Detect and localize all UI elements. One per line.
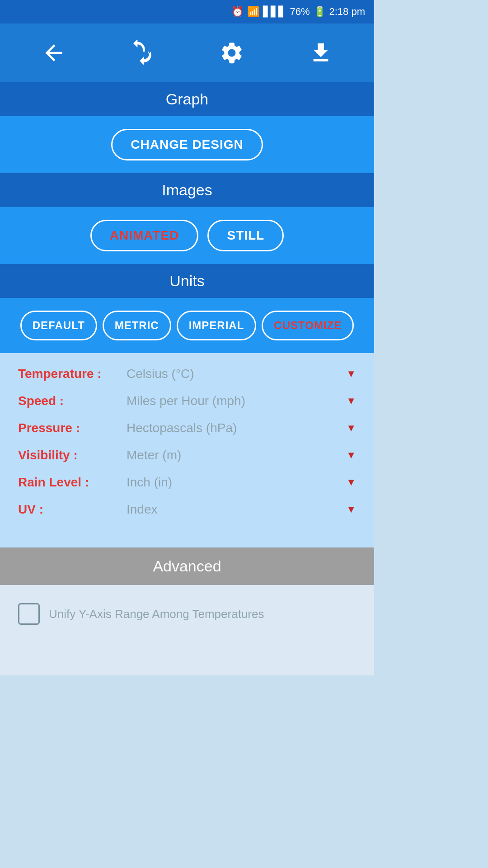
battery-level: 76% [290, 6, 310, 18]
status-time: 2:18 pm [329, 6, 366, 18]
refresh-icon [130, 40, 155, 66]
unit-row: Temperature :Celsius (°C)▼ [18, 367, 356, 381]
still-button[interactable]: STILL [207, 220, 284, 251]
animated-button[interactable]: ANIMATED [90, 220, 199, 251]
unit-value-3: Meter (m) [127, 448, 181, 462]
download-button[interactable] [303, 35, 339, 71]
unit-row: Speed :Miles per Hour (mph)▼ [18, 394, 356, 408]
unit-dropdown-2[interactable]: Hectopascals (hPa)▼ [127, 421, 356, 435]
dropdown-arrow-icon-0: ▼ [346, 368, 356, 380]
unit-label-3: Visibility : [18, 448, 127, 462]
advanced-section-header: Advanced [0, 547, 374, 585]
unit-label-4: Rain Level : [18, 475, 127, 490]
download-icon [308, 40, 333, 66]
unit-row: UV :Index▼ [18, 502, 356, 517]
unit-value-1: Miles per Hour (mph) [127, 394, 245, 408]
unit-label-1: Speed : [18, 394, 127, 408]
unit-row: Visibility :Meter (m)▼ [18, 448, 356, 462]
graph-section-header: Graph [0, 82, 374, 116]
units-section-header: Units [0, 264, 374, 298]
alarm-icon: ⏰ [231, 6, 244, 18]
unit-row: Pressure :Hectopascals (hPa)▼ [18, 421, 356, 435]
images-section-header: Images [0, 173, 374, 207]
unit-value-5: Index [127, 502, 158, 517]
unit-dropdown-3[interactable]: Meter (m)▼ [127, 448, 356, 462]
unit-row: Rain Level :Inch (in)▼ [18, 475, 356, 490]
dropdown-arrow-icon-4: ▼ [346, 476, 356, 488]
unit-label-0: Temperature : [18, 367, 127, 381]
graph-section-content: CHANGE DESIGN [0, 116, 374, 173]
signal-icon: ▋▋▋ [263, 6, 286, 18]
unit-value-4: Inch (in) [127, 475, 172, 490]
metric-button[interactable]: METRIC [103, 311, 171, 340]
battery-icon: 🔋 [314, 6, 326, 18]
status-icons: ⏰ 📶 ▋▋▋ 76% 🔋 2:18 pm [231, 6, 365, 18]
unit-dropdown-4[interactable]: Inch (in)▼ [127, 475, 356, 490]
advanced-content: Unify Y-Axis Range Among Temperatures [0, 585, 374, 675]
customize-area: Temperature :Celsius (°C)▼Speed :Miles p… [0, 353, 374, 547]
dropdown-arrow-icon-2: ▼ [346, 422, 356, 434]
unit-value-2: Hectopascals (hPa) [127, 421, 237, 435]
dropdown-arrow-icon-5: ▼ [346, 504, 356, 515]
unify-checkbox-row: Unify Y-Axis Range Among Temperatures [18, 603, 356, 625]
images-section-content: ANIMATED STILL [0, 207, 374, 264]
unit-label-5: UV : [18, 502, 127, 517]
imperial-button[interactable]: IMPERIAL [177, 311, 257, 340]
gear-icon [219, 40, 244, 66]
unit-label-2: Pressure : [18, 421, 127, 435]
dropdown-arrow-icon-1: ▼ [346, 395, 356, 407]
unify-checkbox-label: Unify Y-Axis Range Among Temperatures [49, 607, 264, 621]
unit-value-0: Celsius (°C) [127, 367, 194, 381]
toolbar [0, 24, 374, 82]
dropdown-arrow-icon-3: ▼ [346, 449, 356, 461]
default-button[interactable]: DEFAULT [20, 311, 97, 340]
unify-checkbox[interactable] [18, 603, 40, 625]
unit-dropdown-0[interactable]: Celsius (°C)▼ [127, 367, 356, 381]
back-icon [41, 40, 66, 66]
unit-dropdown-5[interactable]: Index▼ [127, 502, 356, 517]
customize-button[interactable]: CUSTOMIZE [262, 311, 354, 340]
units-section-content: DEFAULT METRIC IMPERIAL CUSTOMIZE [0, 298, 374, 353]
settings-button[interactable] [214, 35, 250, 71]
unit-dropdown-1[interactable]: Miles per Hour (mph)▼ [127, 394, 356, 408]
refresh-button[interactable] [125, 35, 161, 71]
wifi-icon: 📶 [247, 6, 259, 18]
svg-rect-0 [230, 57, 234, 63]
back-button[interactable] [36, 35, 72, 71]
status-bar: ⏰ 📶 ▋▋▋ 76% 🔋 2:18 pm [0, 0, 374, 24]
change-design-button[interactable]: CHANGE DESIGN [111, 129, 263, 160]
